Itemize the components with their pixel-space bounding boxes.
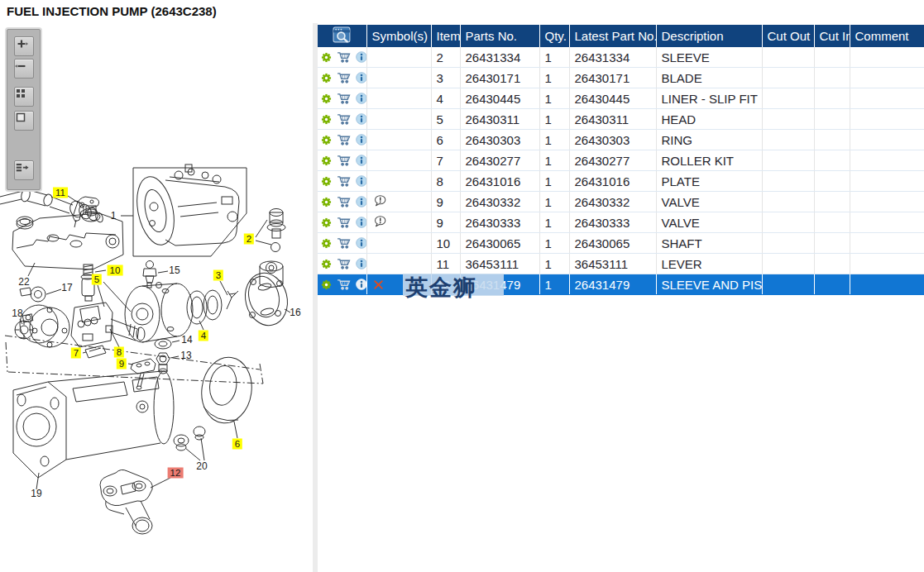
add-to-cart-icon[interactable] — [337, 258, 351, 272]
diagram-callout-8[interactable]: 8 — [114, 347, 124, 358]
info-icon[interactable] — [356, 175, 366, 189]
column-header-symbols[interactable]: Symbol(s) — [366, 25, 431, 47]
diagram-callout-9[interactable]: 9 — [117, 359, 127, 369]
toggle-list-button[interactable] — [14, 160, 34, 180]
cell-qty: 1 — [539, 254, 569, 274]
configure-gear-icon[interactable] — [321, 279, 332, 293]
column-header-comment[interactable]: Comment — [850, 25, 924, 47]
add-to-cart-icon[interactable] — [337, 196, 351, 210]
info-icon[interactable] — [356, 51, 366, 65]
cell-latest-part-no: 26431479 — [569, 274, 656, 295]
info-icon[interactable] — [356, 217, 366, 231]
configure-gear-icon[interactable] — [321, 258, 332, 272]
diagram-callout-3[interactable]: 3 — [213, 270, 223, 281]
cell-latest-part-no: 36453111 — [569, 254, 656, 274]
column-header-item[interactable]: Item — [431, 25, 460, 47]
table-row[interactable]: 4 26430445 1 26430445 LINER - SLIP FIT — [318, 88, 924, 109]
configure-gear-icon[interactable] — [321, 155, 332, 169]
info-icon[interactable] — [356, 196, 366, 210]
cell-item: 10 — [431, 233, 460, 254]
column-header-desc[interactable]: Description — [656, 25, 762, 47]
cell-description: RING — [656, 130, 762, 150]
configure-gear-icon[interactable] — [321, 217, 332, 231]
cell-actions — [318, 274, 366, 295]
configure-gear-icon[interactable] — [321, 196, 332, 210]
cell-cut-out — [762, 171, 814, 192]
table-row[interactable]: 10 26430065 1 26430065 SHAFT — [318, 233, 924, 254]
info-icon[interactable] — [356, 72, 366, 86]
add-to-cart-icon[interactable] — [337, 237, 351, 251]
add-to-cart-icon[interactable] — [337, 155, 351, 169]
zoom-out-button[interactable] — [14, 59, 34, 79]
cell-parts-no: 26430171 — [460, 68, 539, 88]
table-row[interactable]: 9 26430333 1 26430333 VALVE — [318, 212, 924, 233]
add-to-cart-icon[interactable] — [337, 175, 351, 189]
cell-description: LINER - SLIP FIT — [656, 88, 762, 109]
configure-gear-icon[interactable] — [321, 134, 332, 148]
configure-gear-icon[interactable] — [321, 72, 332, 86]
cell-symbols — [366, 171, 431, 192]
cell-cut-out — [762, 192, 814, 212]
table-row[interactable]: 12 26431479 1 26431479 SLEEVE AND PISTON — [318, 274, 924, 295]
table-row[interactable]: 2 26431334 1 26431334 SLEEVE — [318, 47, 924, 68]
cell-comment — [850, 192, 924, 212]
info-icon[interactable] — [356, 93, 366, 107]
diagram-callout-2[interactable]: 2 — [244, 234, 254, 245]
preview-window-icon — [333, 32, 352, 46]
fit-view-button[interactable] — [14, 111, 34, 131]
add-to-cart-icon[interactable] — [337, 113, 351, 127]
diagram-callout-4[interactable]: 4 — [199, 331, 208, 341]
diagram-callout-5[interactable]: 5 — [92, 274, 102, 285]
diagram-callout-20: 20 — [194, 461, 209, 472]
cell-description: SLEEVE — [656, 47, 762, 68]
add-to-cart-icon[interactable] — [337, 51, 351, 65]
table-row[interactable]: 6 26430303 1 26430303 RING — [318, 130, 924, 150]
table-row[interactable]: 5 26430311 1 26430311 HEAD — [318, 109, 924, 130]
cell-qty: 1 — [539, 274, 569, 295]
info-icon[interactable] — [356, 258, 366, 272]
table-row[interactable]: 11 36453111 1 36453111 LEVER — [318, 254, 924, 274]
column-header-actions[interactable] — [318, 25, 366, 47]
diagram-callout-6[interactable]: 6 — [232, 439, 242, 450]
configure-gear-icon[interactable] — [321, 113, 332, 127]
cell-actions — [318, 171, 366, 192]
configure-gear-icon[interactable] — [321, 237, 332, 251]
diagram-callout-17: 17 — [59, 283, 74, 293]
column-header-parts_no[interactable]: Parts No. — [460, 25, 539, 47]
diagram-callout-14: 14 — [179, 335, 194, 346]
diagram-callout-12[interactable]: 12 — [168, 468, 184, 479]
cell-symbols — [366, 254, 431, 274]
configure-gear-icon[interactable] — [321, 93, 332, 107]
diagram-callout-10[interactable]: 10 — [108, 265, 123, 276]
column-header-cut_out[interactable]: Cut Out — [762, 25, 814, 47]
table-row[interactable]: 3 26430171 1 26430171 BLADE — [318, 68, 924, 88]
info-icon[interactable] — [356, 237, 366, 251]
info-icon[interactable] — [356, 113, 366, 127]
column-header-latest[interactable]: Latest Part No. — [569, 25, 656, 47]
add-to-cart-icon[interactable] — [337, 279, 351, 293]
add-to-cart-icon[interactable] — [337, 134, 351, 148]
configure-gear-icon[interactable] — [321, 175, 332, 189]
add-to-cart-icon[interactable] — [337, 93, 351, 107]
column-header-cut_in[interactable]: Cut In — [814, 25, 850, 47]
info-icon[interactable] — [356, 279, 366, 293]
tile-view-button[interactable] — [14, 87, 34, 107]
cell-qty: 1 — [539, 130, 569, 150]
cell-qty: 1 — [539, 150, 569, 171]
info-icon[interactable] — [356, 134, 366, 148]
info-icon[interactable] — [356, 155, 366, 169]
add-to-cart-icon[interactable] — [337, 217, 351, 231]
cell-cut-in — [814, 171, 850, 192]
table-row[interactable]: 8 26431016 1 26431016 PLATE — [318, 171, 924, 192]
cell-parts-no: 26430065 — [460, 233, 539, 254]
configure-gear-icon[interactable] — [321, 51, 332, 65]
table-row[interactable]: 9 26430332 1 26430332 VALVE — [318, 192, 924, 212]
cell-cut-out — [762, 130, 814, 150]
zoom-in-button[interactable] — [14, 36, 34, 56]
cell-symbols — [366, 274, 431, 295]
diagram-callout-11[interactable]: 11 — [53, 188, 68, 198]
table-row[interactable]: 7 26430277 1 26430277 ROLLER KIT — [318, 150, 924, 171]
column-header-qty[interactable]: Qty. — [539, 25, 569, 47]
diagram-callout-7[interactable]: 7 — [71, 348, 81, 359]
add-to-cart-icon[interactable] — [337, 72, 351, 86]
